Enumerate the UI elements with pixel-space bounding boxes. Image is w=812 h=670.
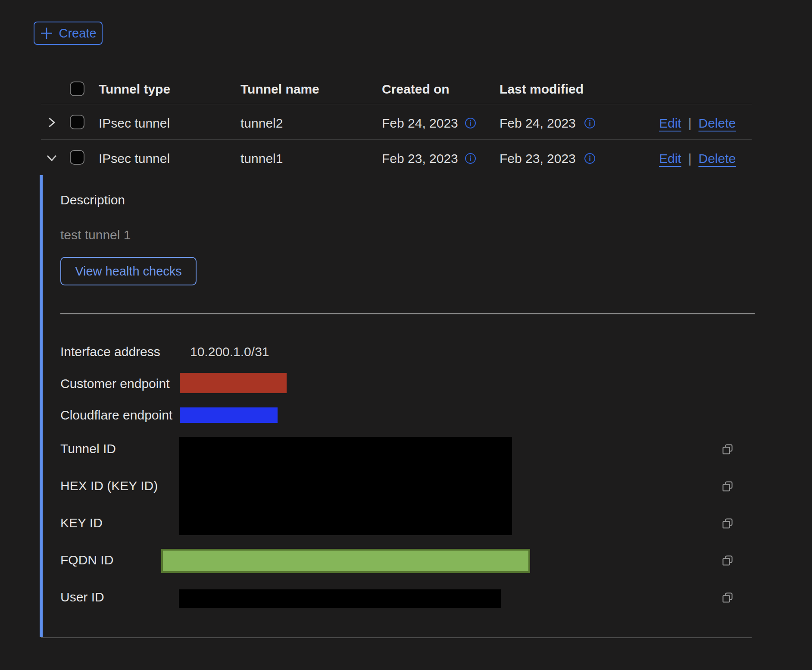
hex-id-label: HEX ID (KEY ID): [60, 479, 158, 493]
info-icon[interactable]: [584, 153, 596, 164]
create-button[interactable]: Create: [34, 22, 103, 45]
chevron-right-icon[interactable]: [46, 116, 57, 129]
col-tunnel-name: Tunnel name: [240, 82, 319, 97]
tunnel-type-value: IPsec tunnel: [99, 116, 170, 131]
tunnel-type-value: IPsec tunnel: [99, 151, 170, 166]
row-checkbox[interactable]: [70, 115, 84, 129]
create-button-label: Create: [59, 26, 96, 41]
fqdn-id-redaction: [161, 549, 530, 573]
row-checkbox[interactable]: [70, 150, 84, 165]
tunnel-detail-panel: Description test tunnel 1 View health ch…: [40, 175, 752, 637]
last-modified-value: Feb 23, 2023: [500, 151, 576, 166]
info-icon[interactable]: [584, 117, 596, 129]
user-id-label: User ID: [60, 590, 104, 604]
view-health-checks-button[interactable]: View health checks: [60, 257, 197, 285]
section-divider: [60, 313, 755, 314]
interface-address-label: Interface address: [60, 344, 160, 359]
created-on-value: Feb 23, 2023: [382, 151, 458, 166]
col-tunnel-type: Tunnel type: [99, 82, 170, 97]
copy-icon[interactable]: [721, 517, 734, 530]
tunnel-name-value: tunnel1: [240, 151, 283, 166]
cloudflare-endpoint-redaction: [180, 407, 278, 423]
user-id-redaction: [179, 589, 501, 608]
tunnel-name-value: tunnel2: [240, 116, 283, 131]
created-on-value: Feb 24, 2023: [382, 116, 458, 131]
customer-endpoint-label: Customer endpoint: [60, 376, 169, 391]
edit-link[interactable]: Edit: [659, 151, 681, 166]
ids-redaction: [179, 437, 512, 535]
table-header: Tunnel type Tunnel name Created on Last …: [41, 65, 752, 104]
copy-icon[interactable]: [721, 554, 734, 567]
info-icon[interactable]: [465, 117, 476, 129]
actions-separator: |: [688, 116, 692, 131]
edit-link[interactable]: Edit: [659, 116, 681, 131]
interface-address-value: 10.200.1.0/31: [190, 344, 269, 359]
table-row-expanded: IPsec tunnel tunnel1 Feb 23, 2023 Feb 23…: [41, 140, 752, 175]
delete-link[interactable]: Delete: [699, 116, 736, 131]
last-modified-value: Feb 24, 2023: [500, 116, 576, 131]
delete-link[interactable]: Delete: [699, 151, 736, 166]
description-label: Description: [60, 193, 125, 207]
plus-icon: [40, 26, 53, 40]
tunnels-page: { "colors": { "background": "#1d1c1c", "…: [0, 0, 812, 670]
tunnel-id-label: Tunnel ID: [60, 441, 116, 456]
col-created-on: Created on: [382, 82, 450, 97]
select-all-checkbox[interactable]: [70, 81, 84, 96]
copy-icon[interactable]: [721, 591, 734, 604]
cloudflare-endpoint-label: Cloudflare endpoint: [60, 408, 172, 423]
key-id-label: KEY ID: [60, 516, 103, 530]
customer-endpoint-redaction: [180, 373, 287, 393]
table-bottom-divider: [41, 637, 752, 638]
copy-icon[interactable]: [721, 443, 734, 456]
actions-separator: |: [688, 151, 692, 166]
fqdn-id-label: FQDN ID: [60, 553, 113, 567]
copy-icon[interactable]: [721, 480, 734, 493]
info-icon[interactable]: [465, 153, 476, 164]
description-value: test tunnel 1: [60, 228, 131, 242]
chevron-down-icon[interactable]: [44, 152, 59, 163]
col-last-modified: Last modified: [500, 82, 584, 97]
table-row: IPsec tunnel tunnel2 Feb 24, 2023 Feb 24…: [41, 105, 752, 140]
